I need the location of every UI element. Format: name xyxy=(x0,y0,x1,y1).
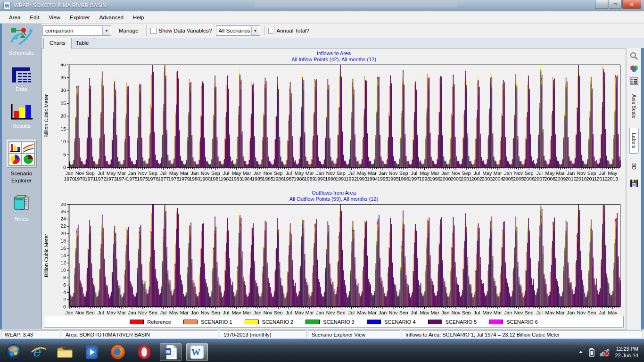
zoom-icon[interactable] xyxy=(630,52,638,60)
sidebar-item-schematic[interactable]: Schematic xyxy=(2,26,41,56)
close-button[interactable]: ✕ xyxy=(622,0,641,9)
axis-scale-tab[interactable]: Axis Scale xyxy=(630,90,638,123)
menu-explorer[interactable]: Explorer xyxy=(66,13,94,22)
status-area: Area: SOKOTO RIMA RIVER BASIN xyxy=(62,330,218,338)
taskbar: e xyxy=(0,342,644,362)
legend-label: SCENARIO 1 xyxy=(201,319,232,325)
chevron-down-icon[interactable]: ▼ xyxy=(251,26,259,35)
show-data-variables-checkbox[interactable] xyxy=(150,28,157,34)
legend-item-scenario4[interactable]: SCENARIO 4 xyxy=(367,319,416,325)
taskbar-media-player[interactable] xyxy=(81,343,102,361)
sidebar-label-results: Results xyxy=(12,123,30,129)
favorites-toolbar: comparison ▼ Manage Show Data Variables?… xyxy=(41,24,644,38)
toolbar-separator xyxy=(264,25,264,36)
taskbar-weap[interactable]: W xyxy=(186,343,208,361)
svg-text:W: W xyxy=(165,349,171,354)
taskbar-opera[interactable] xyxy=(133,343,155,361)
status-hover-value: Inflows to Area: SCENARIO 1, Jul 1974 = … xyxy=(402,330,643,338)
colors-icon[interactable] xyxy=(630,65,638,73)
scenario5-swatch xyxy=(428,320,442,324)
taskbar-word[interactable]: W xyxy=(160,343,182,361)
inflows-chart-canvas[interactable] xyxy=(42,64,625,187)
taskbar-clock[interactable]: 12:23 PM 22-Jun-14 xyxy=(615,346,638,359)
outflows-chart: Outflows from Area All Outflow Points (5… xyxy=(42,190,625,314)
start-button[interactable] xyxy=(4,343,24,362)
scenario3-swatch xyxy=(305,320,320,324)
menu-view[interactable]: View xyxy=(44,13,65,22)
legend-label: Reference xyxy=(147,319,171,325)
legend-toggle-icon[interactable] xyxy=(630,77,638,85)
favorite-value: comparison xyxy=(45,28,73,33)
sidebar-item-notes[interactable]: Notes xyxy=(2,194,41,222)
charts-panel: Inflows to Area All Inflow Points (42), … xyxy=(41,48,626,329)
show-hidden-icons[interactable] xyxy=(578,350,584,354)
sidebar-item-scenario-explorer[interactable]: Scenario Explorer xyxy=(2,140,41,184)
legend-item-scenario6[interactable]: SCENARIO 6 xyxy=(489,319,538,325)
svg-text:W: W xyxy=(191,347,200,357)
chart-legend: Reference SCENARIO 1 SCENARIO 2 SCENARIO… xyxy=(44,316,624,328)
favorite-combobox[interactable]: comparison ▼ xyxy=(42,25,111,36)
word-icon: W xyxy=(164,345,178,360)
notes-icon xyxy=(11,194,32,213)
tab-table[interactable]: Table xyxy=(70,38,95,48)
legend-item-reference[interactable]: Reference xyxy=(130,319,171,325)
menu-edit[interactable]: Edit xyxy=(25,13,43,22)
inflows-chart: Inflows to Area All Inflow Points (42), … xyxy=(42,50,625,188)
chevron-down-icon[interactable]: ▼ xyxy=(102,26,110,35)
status-bar: WEAP: 3.43 Area: SOKOTO RIMA RIVER BASIN… xyxy=(0,330,644,339)
menu-bar: Area Edit View Explorer Advanced Help xyxy=(0,11,644,24)
annual-total-checkbox[interactable] xyxy=(268,28,274,34)
inflows-chart-subtitle: All Inflow Points (42), All months (12) xyxy=(42,57,625,63)
show-data-variables-label: Show Data Variables? xyxy=(159,28,212,33)
taskbar-windows-explorer[interactable] xyxy=(54,343,76,361)
legend-label: SCENARIO 4 xyxy=(384,319,416,325)
results-chart-icon xyxy=(11,103,33,120)
taskbar-internet-explorer[interactable]: e xyxy=(28,343,50,361)
system-tray: 12:23 PM 22-Jun-14 xyxy=(578,346,644,359)
reference-swatch xyxy=(130,320,144,324)
sidebar-label-scenario-explorer: Scenario Explorer xyxy=(2,170,41,184)
outflows-chart-canvas[interactable] xyxy=(42,203,625,314)
3d-tab[interactable]: 3D xyxy=(630,158,638,174)
show-data-variables-checkbox-group[interactable]: Show Data Variables? xyxy=(150,28,212,34)
menu-help[interactable]: Help xyxy=(129,13,149,22)
tab-charts[interactable]: Charts xyxy=(43,38,72,49)
minimize-button[interactable]: – xyxy=(595,0,608,9)
clock-date: 22-Jun-14 xyxy=(615,352,638,359)
chart-options-toolbar: Axis Scale Labels 3D xyxy=(626,48,644,329)
window-title: WEAP: SOKOTO RIMA RIVER BASIN xyxy=(14,2,107,8)
maximize-button[interactable]: □ xyxy=(609,0,622,9)
legend-item-scenario3[interactable]: SCENARIO 3 xyxy=(305,319,355,325)
legend-item-scenario2[interactable]: SCENARIO 2 xyxy=(245,319,294,325)
legend-item-scenario5[interactable]: SCENARIO 5 xyxy=(428,319,477,325)
legend-label: SCENARIO 6 xyxy=(506,319,538,325)
annual-total-label: Annual Total? xyxy=(277,28,309,33)
status-view: Scenario Explorer View xyxy=(308,330,400,338)
data-table-icon xyxy=(11,66,32,83)
clock-time: 12:23 PM xyxy=(615,346,638,352)
sidebar-item-data[interactable]: Data xyxy=(2,66,41,92)
status-time-range: 1970-2013 (monthly) xyxy=(220,330,306,338)
menu-area[interactable]: Area xyxy=(5,13,25,22)
manage-button[interactable]: Manage xyxy=(115,26,142,35)
legend-item-scenario1[interactable]: SCENARIO 1 xyxy=(183,319,232,325)
labels-tab[interactable]: Labels xyxy=(629,128,639,153)
media-player-icon xyxy=(84,345,99,360)
svg-text:e: e xyxy=(33,345,41,360)
scenarios-combobox[interactable]: All Scenarios ▼ xyxy=(216,25,260,36)
menu-advanced[interactable]: Advanced xyxy=(95,13,128,22)
schematic-icon xyxy=(9,26,34,47)
taskbar-firefox[interactable] xyxy=(107,343,129,361)
battery-icon[interactable] xyxy=(588,347,595,357)
legend-label: SCENARIO 5 xyxy=(446,319,477,325)
outflows-chart-title: Outflows from Area xyxy=(42,190,625,196)
opera-icon xyxy=(137,345,152,360)
window-bottom-border xyxy=(0,339,644,342)
folder-icon xyxy=(57,345,74,359)
sidebar-item-results[interactable]: Results xyxy=(2,103,41,129)
aero-glass-reflection xyxy=(255,1,457,8)
network-icon[interactable] xyxy=(600,347,610,357)
legend-label: SCENARIO 2 xyxy=(262,319,294,325)
annual-total-checkbox-group[interactable]: Annual Total? xyxy=(268,28,309,34)
save-icon[interactable] xyxy=(630,179,638,188)
